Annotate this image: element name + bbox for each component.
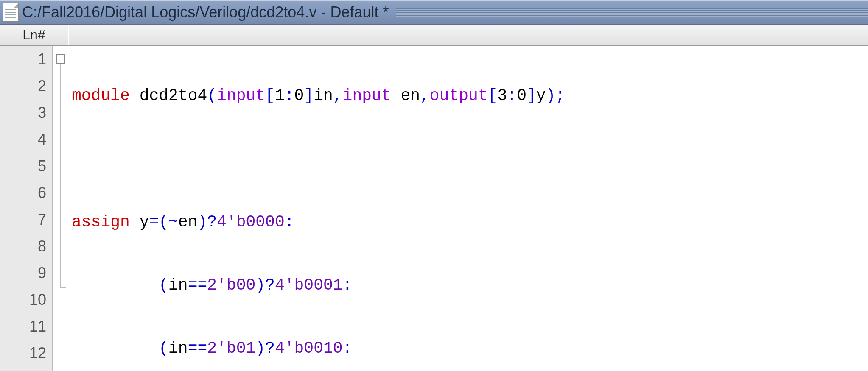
line-number-gutter: 1 2 3 4 5 6 7 8 9 10 11 12: [0, 46, 53, 371]
editor-window: C:/Fall2016/Digital Logics/Verilog/dcd2t…: [0, 0, 868, 371]
code-line[interactable]: (in==2'b00)?4'b0001:: [72, 272, 868, 298]
line-number: 3: [0, 99, 52, 126]
code-line[interactable]: module dcd2to4(input[1:0]in,input en,out…: [72, 82, 868, 109]
line-number: 12: [0, 340, 52, 366]
line-number: 8: [0, 233, 52, 259]
code-line[interactable]: assign y=(~en)?4'b0000:: [72, 209, 868, 235]
code-header-spacer: [68, 25, 868, 45]
line-number: 6: [0, 179, 52, 206]
code-line[interactable]: (in==2'b01)?4'b0010:: [72, 335, 868, 362]
line-number: 7: [0, 206, 52, 233]
line-number: 9: [0, 259, 52, 286]
line-number: 10: [0, 286, 52, 313]
column-header-row: Ln#: [0, 25, 868, 46]
line-number-header: Ln#: [0, 25, 68, 45]
code-area[interactable]: module dcd2to4(input[1:0]in,input en,out…: [68, 46, 868, 371]
line-number: 1: [0, 46, 52, 73]
titlebar[interactable]: C:/Fall2016/Digital Logics/Verilog/dcd2t…: [0, 0, 868, 25]
titlebar-stripes: [396, 8, 868, 17]
document-icon: [3, 3, 19, 22]
line-number: 4: [0, 126, 52, 153]
line-number: 11: [0, 313, 52, 340]
file-path: C:/Fall2016/Digital Logics/Verilog/dcd2t…: [22, 3, 396, 21]
line-number: 5: [0, 153, 52, 179]
fold-toggle-icon[interactable]: [56, 54, 65, 64]
fold-column: [53, 46, 68, 371]
editor-body: 1 2 3 4 5 6 7 8 9 10 11 12 module dcd2to…: [0, 46, 868, 371]
code-line[interactable]: [72, 145, 868, 172]
fold-guide-line: [60, 64, 61, 288]
line-number: 2: [0, 73, 52, 99]
